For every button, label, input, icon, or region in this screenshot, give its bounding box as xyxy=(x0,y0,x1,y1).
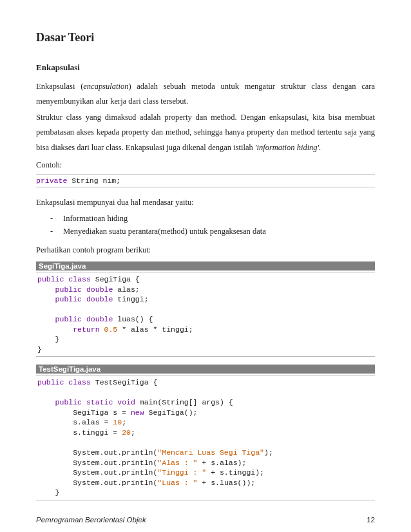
paragraph-4: Perhatikan contoh program berikut: xyxy=(36,243,375,258)
code-inline: private String nim; xyxy=(36,174,375,188)
page-footer: Pemrograman Berorientasi Objek 12 xyxy=(36,516,375,524)
footer-title: Pemrograman Berorientasi Objek xyxy=(36,516,146,524)
page-number: 12 xyxy=(367,516,375,524)
emphasis: 'information hiding'. xyxy=(255,143,321,152)
list-item: Menyediakan suatu perantara(method) untu… xyxy=(63,225,375,238)
text: Struktur class yang dimaksud adalah prop… xyxy=(36,113,375,151)
code-filename-2: TestSegiTiga.java xyxy=(36,365,375,374)
code-filename-1: SegiTiga.java xyxy=(36,261,375,271)
example-label: Contoh: xyxy=(36,158,375,173)
page: Dasar Teori Enkapsulasi Enkapsulasi (enc… xyxy=(0,0,411,532)
section-heading: Enkapsulasi xyxy=(36,62,375,73)
page-title: Dasar Teori xyxy=(36,31,375,44)
code-block-1: public class SegiTiga { public double al… xyxy=(36,272,375,357)
code-block-2: public class TestSegiTiga { public stati… xyxy=(36,375,375,500)
list-item: Informatioan hiding xyxy=(63,213,375,225)
paragraph-2: Struktur class yang dimaksud adalah prop… xyxy=(36,110,375,155)
bullet-list: Informatioan hiding Menyediakan suatu pe… xyxy=(36,213,375,238)
paragraph-3: Enkapsulasi mempunyai dua hal mendasar y… xyxy=(36,195,375,210)
text: Enkapsulasi (encapsulation) adalah sebua… xyxy=(36,82,375,106)
paragraph-1: Enkapsulasi (encapsulation) adalah sebua… xyxy=(36,79,375,109)
